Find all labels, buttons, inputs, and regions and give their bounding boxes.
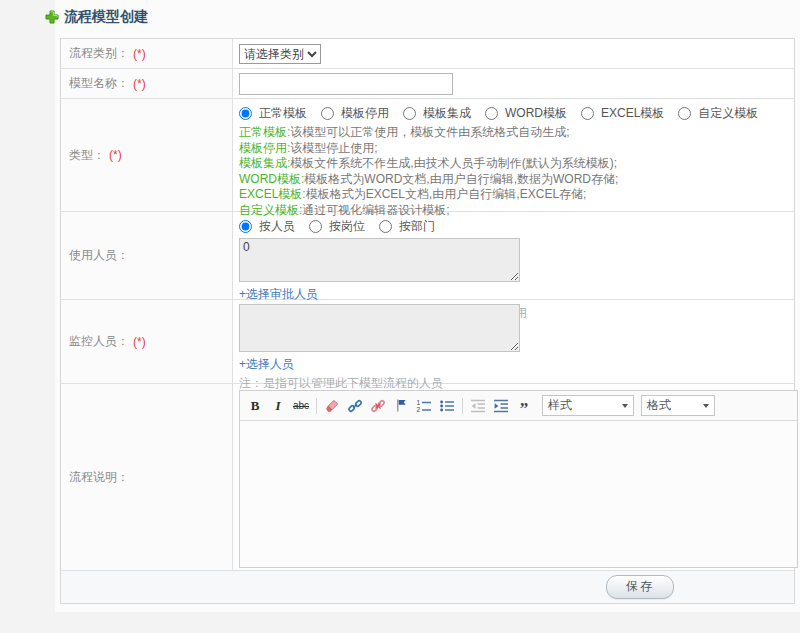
anchor-flag-button[interactable] — [390, 395, 412, 417]
bulleted-list-icon — [439, 398, 455, 414]
category-required-mark: (*) — [133, 47, 146, 61]
process-model-form: 流程类别： (*) 请选择类别 模型名称： (*) 类型： (*) 正常模板 模… — [60, 38, 795, 604]
radio-word-template[interactable] — [485, 107, 498, 120]
radio-custom-template-label[interactable]: 自定义模板 — [698, 105, 758, 122]
radio-by-position[interactable] — [309, 220, 322, 233]
numbered-list-icon: 1 2 — [416, 398, 432, 414]
radio-by-person-label[interactable]: 按人员 — [259, 218, 295, 235]
category-label-cell: 流程类别： (*) — [61, 39, 233, 68]
flag-icon — [394, 398, 409, 413]
outdent-button[interactable] — [467, 395, 489, 417]
desc-term: 模板停用: — [239, 141, 290, 155]
bold-icon: B — [251, 398, 260, 414]
svg-text:2: 2 — [417, 406, 421, 413]
desc-text: 模板格式为EXCEL文档,由用户自行编辑,EXCEL存储; — [306, 187, 587, 201]
remove-format-button[interactable] — [321, 395, 343, 417]
strikethrough-button[interactable]: abc — [290, 395, 312, 417]
format-dropdown-label: 格式 — [647, 397, 671, 414]
row-category: 流程类别： (*) 请选择类别 — [61, 39, 794, 69]
monitor-textarea[interactable] — [239, 304, 520, 352]
row-monitor: 监控人员： (*) +选择人员 注：是指可以管理此下模型流程的人员 — [61, 300, 794, 384]
description-label: 流程说明： — [69, 469, 129, 486]
desc-text: 模板文件系统不作生成,由技术人员手动制作(默认为系统模板); — [290, 156, 617, 170]
row-users: 使用人员： 按人员 按岗位 按部门 0 +选择审批人员 注：是指允许使用此模型的… — [61, 212, 794, 300]
desc-term: EXCEL模板: — [239, 187, 306, 201]
outdent-icon — [470, 398, 486, 414]
type-required-mark: (*) — [109, 148, 122, 162]
process-model-create-page: { "header": { "title": "流程模型创建" }, "colo… — [0, 0, 800, 633]
radio-normal-template-label[interactable]: 正常模板 — [259, 105, 307, 122]
styles-dropdown[interactable]: 样式 — [542, 395, 634, 416]
strikethrough-icon: abc — [293, 400, 309, 411]
name-required-mark: (*) — [133, 77, 146, 91]
type-label-cell: 类型： (*) — [61, 99, 233, 211]
type-label: 类型： — [69, 147, 105, 164]
radio-template-disabled-label[interactable]: 模板停用 — [341, 105, 389, 122]
link-icon — [347, 398, 363, 414]
radio-template-integrated[interactable] — [403, 107, 416, 120]
unlink-icon — [370, 398, 386, 414]
monitor-required-mark: (*) — [133, 335, 146, 349]
users-label: 使用人员： — [69, 247, 129, 264]
category-content-cell: 请选择类别 — [233, 39, 794, 68]
radio-by-department-label[interactable]: 按部门 — [399, 218, 435, 235]
svg-text:1: 1 — [417, 398, 421, 405]
toolbar-separator — [462, 398, 463, 414]
monitor-label-cell: 监控人员： (*) — [61, 300, 233, 383]
model-name-input[interactable] — [239, 73, 453, 95]
unlink-button[interactable] — [367, 395, 389, 417]
radio-by-department[interactable] — [379, 220, 392, 233]
type-description: 模板集成:模板文件系统不作生成,由技术人员手动制作(默认为系统模板); — [239, 156, 788, 172]
save-button[interactable]: 保存 — [606, 575, 674, 599]
radio-template-integrated-label[interactable]: 模板集成 — [423, 105, 471, 122]
eraser-icon — [325, 398, 340, 413]
row-description: 流程说明： B I abc — [61, 384, 794, 571]
desc-text: 该模型停止使用; — [290, 141, 377, 155]
users-radio-group: 按人员 按岗位 按部门 — [239, 218, 788, 235]
radio-by-person[interactable] — [239, 220, 252, 233]
users-textarea[interactable]: 0 — [239, 238, 520, 282]
bold-button[interactable]: B — [244, 395, 266, 417]
desc-term: WORD模板: — [239, 172, 304, 186]
blockquote-button[interactable]: ” — [513, 395, 535, 417]
select-people-link[interactable]: +选择人员 — [239, 356, 294, 373]
users-content-cell: 按人员 按岗位 按部门 0 +选择审批人员 注：是指允许使用此模型的人员，留空为… — [233, 212, 794, 299]
row-footer: 保存 — [61, 571, 794, 603]
radio-custom-template[interactable] — [678, 107, 691, 120]
radio-word-template-label[interactable]: WORD模板 — [505, 105, 567, 122]
format-dropdown[interactable]: 格式 — [641, 395, 715, 416]
users-label-cell: 使用人员： — [61, 212, 233, 299]
name-content-cell — [233, 69, 794, 98]
chevron-down-icon — [622, 404, 628, 408]
monitor-label: 监控人员： — [69, 333, 129, 350]
type-content-cell: 正常模板 模板停用 模板集成 WORD模板 EXCEL模板 自定义模板 正常模板… — [233, 99, 794, 211]
monitor-content-cell: +选择人员 注：是指可以管理此下模型流程的人员 — [233, 300, 794, 383]
desc-term: 模板集成: — [239, 156, 290, 170]
link-button[interactable] — [344, 395, 366, 417]
indent-button[interactable] — [490, 395, 512, 417]
blockquote-icon: ” — [520, 404, 529, 414]
styles-dropdown-label: 样式 — [548, 397, 572, 414]
editor-content-area[interactable] — [240, 421, 797, 567]
radio-normal-template[interactable] — [239, 107, 252, 120]
type-description: EXCEL模板:模板格式为EXCEL文档,由用户自行编辑,EXCEL存储; — [239, 187, 788, 203]
indent-icon — [493, 398, 509, 414]
name-label-cell: 模型名称： (*) — [61, 69, 233, 98]
category-select[interactable]: 请选择类别 — [239, 44, 321, 64]
toolbar-separator — [316, 398, 317, 414]
bulleted-list-button[interactable] — [436, 395, 458, 417]
name-label: 模型名称： — [69, 75, 129, 92]
radio-excel-template-label[interactable]: EXCEL模板 — [601, 105, 664, 122]
desc-text: 该模型可以正常使用，模板文件由系统格式自动生成; — [290, 125, 569, 139]
radio-excel-template[interactable] — [581, 107, 594, 120]
italic-button[interactable]: I — [267, 395, 289, 417]
desc-text: 模板格式为WORD文档,由用户自行编辑,数据为WORD存储; — [304, 172, 618, 186]
radio-template-disabled[interactable] — [321, 107, 334, 120]
numbered-list-button[interactable]: 1 2 — [413, 395, 435, 417]
type-description: 正常模板:该模型可以正常使用，模板文件由系统格式自动生成; — [239, 125, 788, 141]
plus-icon — [45, 10, 59, 24]
row-name: 模型名称： (*) — [61, 69, 794, 99]
type-radio-group: 正常模板 模板停用 模板集成 WORD模板 EXCEL模板 自定义模板 — [239, 105, 788, 122]
description-content-cell: B I abc — [233, 384, 800, 570]
radio-by-position-label[interactable]: 按岗位 — [329, 218, 365, 235]
